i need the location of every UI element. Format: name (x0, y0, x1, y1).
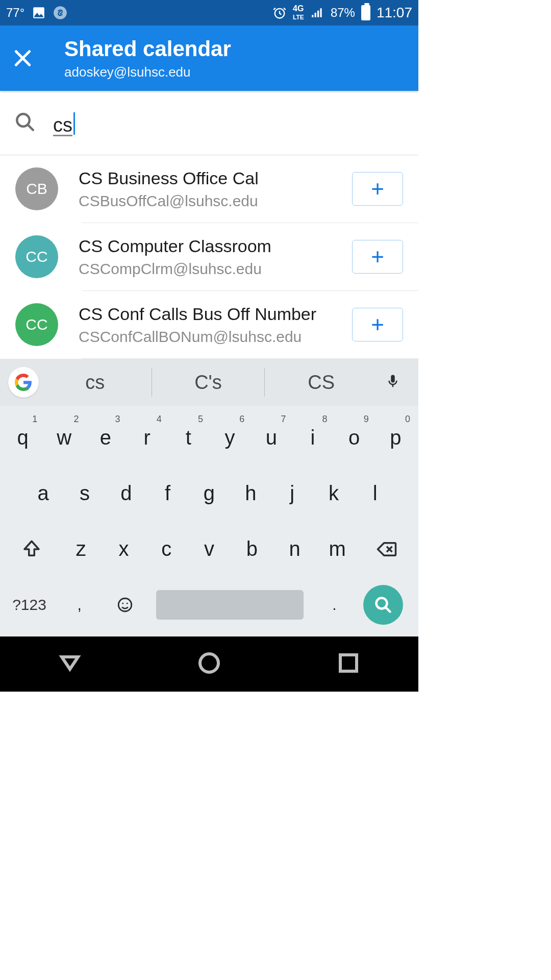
key-c[interactable]: c (145, 521, 188, 577)
signal-icon (310, 6, 324, 20)
key-v[interactable]: v (188, 521, 231, 577)
search-input[interactable]: cs (53, 109, 75, 136)
key-w[interactable]: w2 (43, 410, 85, 465)
result-name: CS Computer Classroom (79, 236, 347, 256)
key-i[interactable]: i8 (292, 410, 333, 465)
android-nav-bar (0, 636, 418, 692)
key-b[interactable]: b (231, 521, 273, 577)
suggestion[interactable]: C's (152, 372, 265, 394)
key-y[interactable]: y6 (209, 410, 251, 465)
photo-icon (32, 6, 46, 20)
symbols-key[interactable]: ?123 (2, 577, 57, 632)
clock: 11:07 (377, 5, 412, 21)
key-g[interactable]: g (188, 465, 230, 521)
page-subtitle: adoskey@lsuhsc.edu (64, 64, 231, 80)
suggestion[interactable]: CS (265, 372, 378, 394)
search-icon (14, 111, 36, 135)
battery-percent: 87% (331, 6, 355, 20)
key-f[interactable]: f (147, 465, 188, 521)
mic-icon[interactable] (378, 374, 408, 391)
close-icon[interactable] (10, 46, 34, 70)
alarm-icon (272, 6, 287, 20)
add-button[interactable]: + (352, 240, 403, 274)
add-button[interactable]: + (352, 172, 403, 206)
key-j[interactable]: j (271, 465, 313, 521)
results-list: CB CS Business Office Cal CSBusOffCal@ls… (0, 155, 418, 359)
period-key[interactable]: . (312, 577, 357, 632)
key-t[interactable]: t5 (168, 410, 209, 465)
back-button[interactable] (58, 651, 82, 677)
svg-point-6 (127, 602, 128, 604)
suggestion[interactable]: cs (39, 372, 152, 394)
search-enter-key[interactable] (357, 585, 416, 625)
svg-rect-9 (340, 655, 357, 671)
key-a[interactable]: a (22, 465, 64, 521)
key-p[interactable]: p0 (375, 410, 416, 465)
svg-point-5 (122, 602, 123, 604)
result-name: CS Business Office Cal (79, 168, 347, 188)
key-d[interactable]: d (106, 465, 147, 521)
svg-point-1 (54, 6, 67, 19)
status-bar: 77° 4GLTE 87% 11:07 (0, 0, 418, 26)
keyboard: q1w2e3r4t5y6u7i8o9p0 asdfghjkl zxcvbnm ?… (0, 406, 418, 636)
avatar: CC (15, 235, 58, 278)
text-cursor (73, 112, 75, 135)
result-item[interactable]: CB CS Business Office Cal CSBusOffCal@ls… (0, 155, 418, 223)
result-item[interactable]: CC CS Computer Classroom CSCompClrm@lsuh… (0, 223, 418, 290)
svg-point-4 (118, 598, 132, 611)
key-o[interactable]: o9 (334, 410, 375, 465)
keyboard-suggestion-bar: cs C's CS (0, 359, 418, 406)
result-email: CSCompClrm@lsuhsc.edu (79, 260, 318, 278)
network-type-indicator: 4GLTE (293, 5, 304, 21)
page-title: Shared calendar (64, 37, 231, 61)
home-button[interactable] (197, 651, 221, 677)
avatar: CB (15, 167, 58, 210)
recent-apps-button[interactable] (336, 651, 361, 677)
spacebar-key[interactable] (148, 577, 312, 632)
result-email: CSConfCallBONum@lsuhsc.edu (79, 328, 318, 346)
key-n[interactable]: n (273, 521, 316, 577)
key-u[interactable]: u7 (251, 410, 292, 465)
emoji-key[interactable] (102, 577, 147, 632)
google-icon[interactable] (8, 367, 39, 398)
comma-key[interactable]: , (57, 577, 102, 632)
key-q[interactable]: q1 (2, 410, 43, 465)
key-m[interactable]: m (316, 521, 359, 577)
result-name: CS Conf Calls Bus Off Number (79, 304, 347, 324)
key-e[interactable]: e3 (85, 410, 126, 465)
add-button[interactable]: + (352, 308, 403, 341)
avatar: CC (15, 303, 58, 346)
key-h[interactable]: h (230, 465, 271, 521)
shift-key[interactable] (4, 538, 60, 560)
key-s[interactable]: s (64, 465, 105, 521)
key-z[interactable]: z (60, 521, 103, 577)
battery-icon (361, 5, 370, 20)
shazam-icon (53, 6, 67, 20)
result-email: CSBusOffCal@lsuhsc.edu (79, 192, 318, 210)
temperature-indicator: 77° (6, 6, 24, 20)
key-k[interactable]: k (313, 465, 354, 521)
key-x[interactable]: x (103, 521, 145, 577)
key-l[interactable]: l (355, 465, 396, 521)
svg-point-8 (200, 654, 218, 672)
app-bar: Shared calendar adoskey@lsuhsc.edu (0, 26, 418, 91)
search-row[interactable]: cs (0, 91, 418, 155)
key-r[interactable]: r4 (127, 410, 168, 465)
result-item[interactable]: CC CS Conf Calls Bus Off Number CSConfCa… (0, 291, 418, 358)
backspace-key[interactable] (359, 538, 414, 560)
